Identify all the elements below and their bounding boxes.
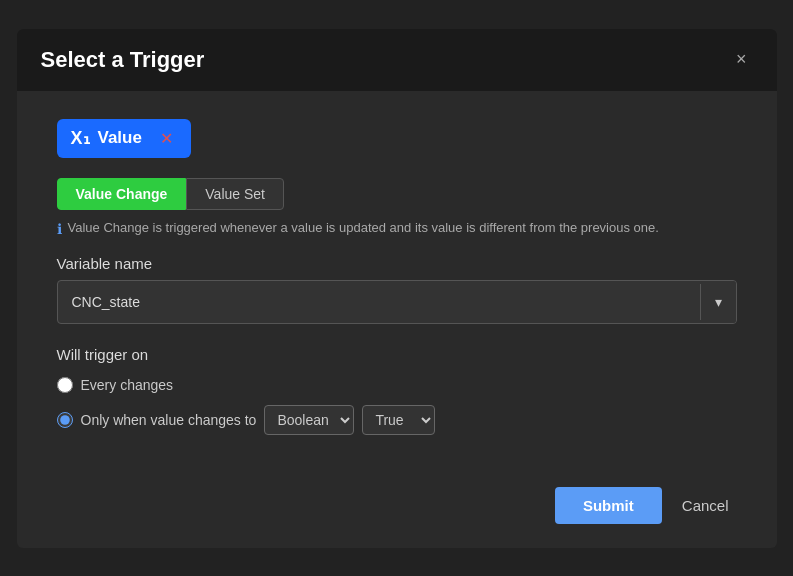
trigger-chip-label: Value	[98, 128, 142, 148]
will-trigger-label: Will trigger on	[57, 346, 737, 363]
info-icon: ℹ	[57, 221, 62, 237]
radio-every-changes-row: Every changes	[57, 377, 737, 393]
modal-footer: Submit Cancel	[17, 471, 777, 548]
radio-every-changes[interactable]	[57, 377, 73, 393]
radio-only-when-label: Only when value changes to	[81, 412, 257, 428]
variable-name-dropdown-btn[interactable]: ▾	[701, 281, 736, 323]
modal-overlay: Select a Trigger × X₁ Value ✕ Value Chan…	[0, 0, 793, 576]
tab-value-change[interactable]: Value Change	[57, 178, 187, 210]
value-value-dropdown[interactable]: True False	[362, 405, 435, 435]
chevron-down-icon: ▾	[715, 294, 722, 310]
radio-every-changes-label: Every changes	[81, 377, 174, 393]
trigger-chip: X₁ Value ✕	[57, 119, 191, 158]
radio-only-when-row: Only when value changes to Boolean Numbe…	[57, 405, 737, 435]
tab-value-set[interactable]: Value Set	[186, 178, 284, 210]
info-text-content: Value Change is triggered whenever a val…	[68, 220, 659, 235]
variable-name-value: CNC_state	[58, 284, 700, 320]
modal-title: Select a Trigger	[41, 47, 205, 73]
cancel-button[interactable]: Cancel	[674, 487, 737, 524]
remove-trigger-button[interactable]: ✕	[156, 127, 177, 150]
tabs-row: Value Change Value Set	[57, 178, 737, 210]
variable-name-label: Variable name	[57, 255, 737, 272]
close-button[interactable]: ×	[730, 47, 753, 72]
info-message: ℹ Value Change is triggered whenever a v…	[57, 220, 737, 237]
value-type-dropdown[interactable]: Boolean Number String	[264, 405, 354, 435]
submit-button[interactable]: Submit	[555, 487, 662, 524]
trigger-chip-icon: X₁	[71, 127, 90, 149]
radio-only-when[interactable]	[57, 412, 73, 428]
variable-name-select-row: CNC_state ▾	[57, 280, 737, 324]
modal-dialog: Select a Trigger × X₁ Value ✕ Value Chan…	[17, 29, 777, 548]
modal-body: X₁ Value ✕ Value Change Value Set ℹ Valu…	[17, 91, 777, 471]
modal-header: Select a Trigger ×	[17, 29, 777, 91]
